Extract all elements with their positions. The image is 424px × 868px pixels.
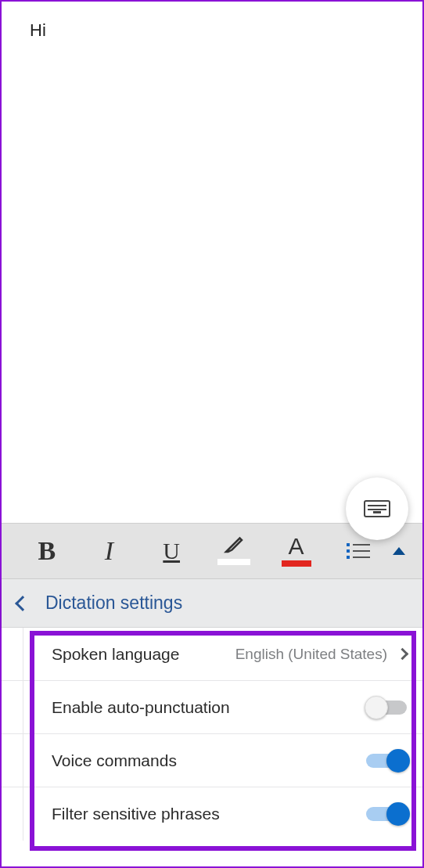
document-body[interactable]: Hi bbox=[2, 2, 422, 523]
setting-label: Spoken language bbox=[52, 645, 179, 664]
svg-rect-1 bbox=[353, 544, 370, 546]
setting-label: Voice commands bbox=[52, 751, 177, 770]
settings-panel-header: Dictation settings bbox=[2, 579, 422, 628]
toggle-filter-sensitive[interactable] bbox=[366, 803, 407, 825]
document-text: Hi bbox=[30, 20, 46, 40]
svg-rect-0 bbox=[347, 543, 350, 546]
font-color-icon: A bbox=[280, 535, 313, 567]
setting-auto-punctuation[interactable]: Enable auto-punctuation bbox=[2, 681, 422, 734]
keyboard-icon bbox=[364, 500, 390, 517]
setting-label: Filter sensitive phrases bbox=[52, 805, 220, 823]
setting-spoken-language[interactable]: Spoken language English (United States) bbox=[2, 628, 422, 681]
underline-icon: U bbox=[163, 538, 180, 564]
bold-icon: B bbox=[38, 536, 56, 566]
app-viewport: Hi B I U A bbox=[0, 0, 424, 868]
svg-rect-4 bbox=[347, 556, 350, 559]
toggle-voice-commands[interactable] bbox=[366, 750, 407, 772]
setting-value: English (United States) bbox=[235, 646, 387, 663]
settings-list: Spoken language English (United States) … bbox=[2, 628, 422, 866]
italic-icon: I bbox=[105, 536, 113, 566]
list-icon bbox=[345, 540, 372, 562]
font-color-button[interactable]: A bbox=[268, 528, 325, 574]
setting-voice-commands[interactable]: Voice commands bbox=[2, 734, 422, 787]
toggle-auto-punctuation[interactable] bbox=[366, 697, 407, 719]
highlighter-icon bbox=[217, 537, 250, 565]
highlight-swatch bbox=[217, 559, 250, 565]
back-icon[interactable] bbox=[15, 596, 31, 611]
setting-filter-sensitive[interactable]: Filter sensitive phrases bbox=[2, 787, 422, 841]
setting-label: Enable auto-punctuation bbox=[52, 698, 230, 717]
font-color-swatch bbox=[282, 560, 311, 567]
expand-toolbar-button[interactable] bbox=[393, 547, 405, 555]
chevron-right-icon bbox=[397, 648, 409, 661]
svg-rect-3 bbox=[353, 550, 370, 552]
highlight-color-button[interactable] bbox=[206, 528, 262, 574]
panel-title: Dictation settings bbox=[45, 592, 182, 614]
svg-rect-5 bbox=[353, 556, 370, 558]
underline-button[interactable]: U bbox=[143, 528, 199, 574]
italic-button[interactable]: I bbox=[81, 528, 138, 574]
keyboard-fab[interactable] bbox=[346, 477, 408, 540]
bold-button[interactable]: B bbox=[19, 528, 75, 574]
svg-rect-2 bbox=[347, 549, 350, 553]
